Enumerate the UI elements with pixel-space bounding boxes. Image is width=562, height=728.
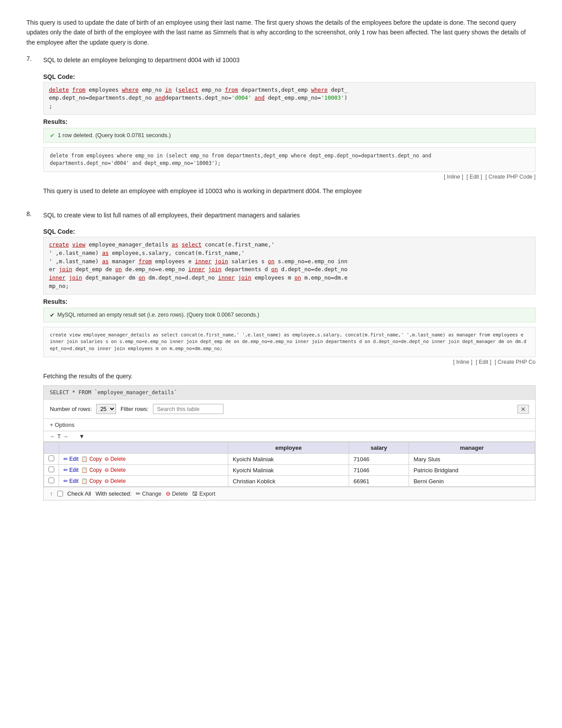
th-manager[interactable]: manager — [409, 442, 535, 454]
item-7-content: SQL to delete an employee belonging to d… — [43, 55, 536, 204]
manager-cell: Berni Genin — [409, 476, 535, 487]
item-7-sql-label: SQL Code: — [43, 73, 536, 80]
copy-link[interactable]: 📋 Copy — [81, 456, 101, 462]
search-input[interactable] — [153, 404, 223, 414]
employee-cell: Christian Koblick — [228, 476, 349, 487]
options-bar[interactable]: + Options — [44, 419, 535, 431]
nav-separator: T — [57, 433, 61, 440]
change-icon: ✏ — [136, 490, 141, 497]
fetching-text: Fetching the results of the query. — [43, 371, 536, 381]
table-controls: Number of rows: 25 Filter rows: ✕ — [44, 399, 535, 419]
item-8-result-text: MySQL returned an empty result set (i.e.… — [57, 312, 259, 318]
item-8-results-label: Results: — [43, 298, 536, 305]
th-checkbox — [44, 442, 59, 454]
row-actions-cell: ✏ Edit 📋 Copy ⊖ Delete — [59, 454, 228, 465]
check-icon-2: ✔ — [50, 312, 55, 318]
item-8-edit-link[interactable]: [ Edit ] — [476, 359, 491, 365]
item-7-action-links: [ Inline ] [ Edit ] [ Create PHP Code ] — [43, 174, 536, 180]
item-8-number: 8. — [26, 210, 39, 508]
item-7-title: SQL to delete an employee belonging to d… — [43, 55, 536, 65]
item-8-action-links: [ Inline ] [ Edit ] [ Create PHP Co — [43, 359, 536, 365]
nav-left-button[interactable]: ← — [50, 433, 56, 440]
footer-export-button[interactable]: 🖫 Export — [192, 491, 215, 497]
footer-check-all-label: Check All — [67, 490, 91, 497]
footer-with-selected-label: With selected: — [96, 490, 132, 497]
nav-right-button[interactable]: → — [63, 433, 68, 440]
item-8-content: SQL to create view to list full names of… — [43, 210, 536, 508]
item-7-number: 7. — [26, 55, 39, 204]
row-actions-cell: ✏ Edit 📋 Copy ⊖ Delete — [59, 465, 228, 476]
row-checkbox[interactable] — [48, 455, 54, 461]
row-checkbox-cell — [44, 465, 59, 476]
item-7-code-block: delete from employees where emp_no in (s… — [43, 82, 536, 115]
row-checkbox-cell — [44, 454, 59, 465]
item-8-code-block: create view employee_manager_details as … — [43, 237, 536, 295]
edit-link[interactable]: ✏ Edit — [63, 456, 78, 462]
th-employee[interactable]: employee — [228, 442, 349, 454]
nav-bar: ← T → ▼ — [44, 431, 535, 442]
row-checkbox-cell — [44, 476, 59, 487]
delete-link[interactable]: ⊖ Delete — [104, 478, 126, 484]
item-8-title: SQL to create view to list full names of… — [43, 210, 536, 220]
item-8-sql-label: SQL Code: — [43, 228, 536, 235]
table-query-bar: SELECT * FROM `employee_manager_details` — [44, 386, 535, 399]
item-8-query-display: create view employee_manager_details as … — [43, 327, 536, 357]
copy-link[interactable]: 📋 Copy — [81, 467, 101, 473]
rows-select[interactable]: 25 — [96, 404, 116, 414]
row-checkbox[interactable] — [48, 478, 54, 483]
delete-label: Delete — [172, 491, 188, 497]
item-7-result-text: 1 row deleted. (Query took 0.0781 second… — [58, 132, 171, 138]
item-7-results-label: Results: — [43, 118, 536, 125]
table-row: ✏ Edit 📋 Copy ⊖ Delete Kyoichi Maliniak … — [44, 465, 535, 476]
item-7: 7. SQL to delete an employee belonging t… — [26, 55, 536, 204]
change-label: Change — [142, 491, 161, 497]
row-checkbox[interactable] — [48, 467, 54, 472]
item-8-result-box: ✔ MySQL returned an empty result set (i.… — [43, 308, 536, 322]
edit-link[interactable]: ✏ Edit — [63, 478, 78, 484]
export-icon: 🖫 — [192, 491, 198, 497]
item-8-inline-link[interactable]: [ Inline ] — [453, 359, 473, 365]
footer-change-button[interactable]: ✏ Change — [136, 490, 161, 497]
item-7-desc: This query is used to delete an employee… — [43, 186, 536, 196]
sort-icon: ▼ — [79, 433, 85, 440]
employee-cell: Kyoichi Maliniak — [228, 454, 349, 465]
footer-delete-button[interactable]: ⊖ Delete — [166, 490, 188, 497]
table-row: ✏ Edit 📋 Copy ⊖ Delete Kyoichi Maliniak … — [44, 454, 535, 465]
delete-icon: ⊖ — [166, 490, 171, 497]
salary-cell: 71046 — [349, 465, 409, 476]
item-7-inline-link[interactable]: [ Inline ] — [444, 174, 463, 180]
delete-link[interactable]: ⊖ Delete — [104, 456, 126, 462]
delete-link[interactable]: ⊖ Delete — [104, 467, 126, 473]
filter-label: Filter rows: — [120, 406, 149, 412]
export-label: Export — [199, 491, 215, 497]
row-actions-cell: ✏ Edit 📋 Copy ⊖ Delete — [59, 476, 228, 487]
item-7-result-box: ✔ 1 row deleted. (Query took 0.0781 seco… — [43, 128, 536, 143]
footer-nav-up-button[interactable]: ↑ — [50, 490, 53, 497]
copy-link[interactable]: 📋 Copy — [81, 478, 101, 484]
check-icon: ✔ — [50, 132, 55, 139]
intro-paragraph: This query is used to update the date of… — [26, 18, 536, 47]
employee-cell: Kyoichi Maliniak — [228, 465, 349, 476]
options-text: + Options — [50, 422, 74, 428]
table-query-text: SELECT * FROM `employee_manager_details` — [50, 389, 177, 396]
manager-cell: Patricio Bridgland — [409, 465, 535, 476]
item-7-query-display: delete from employees where emp_no in (s… — [43, 147, 536, 172]
footer-bar: ↑ Check All With selected: ✏ Change ⊖ De… — [44, 487, 535, 500]
salary-cell: 66961 — [349, 476, 409, 487]
item-8: 8. SQL to create view to list full names… — [26, 210, 536, 508]
rows-label: Number of rows: — [50, 406, 92, 412]
footer-check-all-checkbox[interactable] — [57, 491, 63, 497]
item-8-create-link[interactable]: [ Create PHP Co — [495, 359, 536, 365]
th-salary[interactable]: salary — [349, 442, 409, 454]
manager-cell: Mary Sluis — [409, 454, 535, 465]
table-row: ✏ Edit 📋 Copy ⊖ Delete Christian Koblick… — [44, 476, 535, 487]
item-7-create-link[interactable]: [ Create PHP Code ] — [485, 174, 536, 180]
results-table: employee salary manager ✏ Edit 📋 Copy ⊖ … — [44, 442, 535, 487]
salary-cell: 71046 — [349, 454, 409, 465]
edit-link[interactable]: ✏ Edit — [63, 467, 78, 473]
close-filter-button[interactable]: ✕ — [517, 405, 529, 414]
results-table-section: SELECT * FROM `employee_manager_details`… — [43, 385, 536, 500]
th-actions — [59, 442, 228, 454]
item-7-edit-link[interactable]: [ Edit ] — [466, 174, 482, 180]
